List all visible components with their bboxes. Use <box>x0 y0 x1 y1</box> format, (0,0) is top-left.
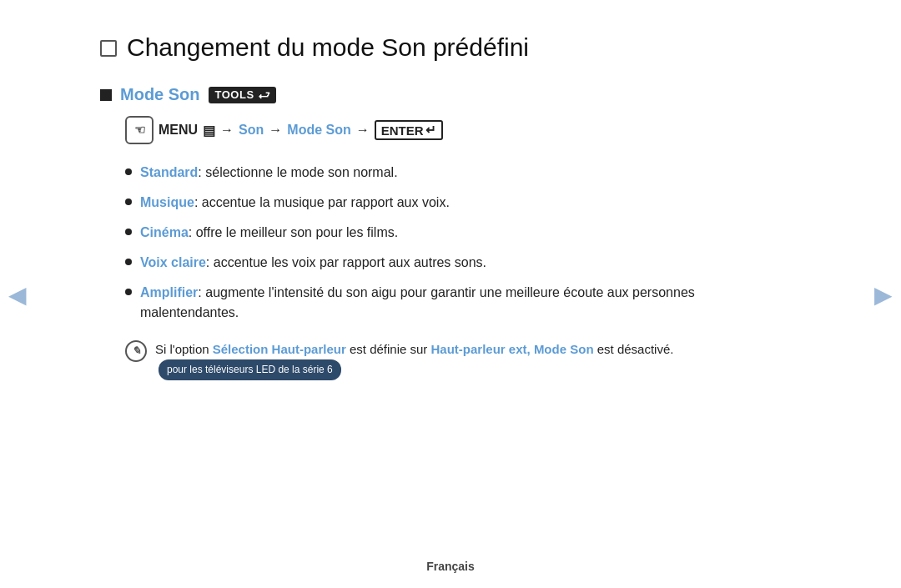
list-item-text: Amplifier: augmente l'intensité du son a… <box>140 283 784 323</box>
bullet-dot-icon <box>125 199 132 205</box>
term-musique: Musique <box>140 195 194 209</box>
note-text-before: Si l'option <box>155 342 213 356</box>
note-text-middle: est définie sur <box>346 342 431 356</box>
note-term1: Sélection Haut-parleur <box>213 342 346 356</box>
page-title-text: Changement du mode Son prédéfini <box>127 33 529 62</box>
page-title: Changement du mode Son prédéfini <box>100 33 784 62</box>
list-item-text: Standard: sélectionne le mode son normal… <box>140 163 398 183</box>
term-voix-claire: Voix claire <box>140 255 206 269</box>
page-footer: Français <box>426 560 475 573</box>
section-title-text: Mode Son <box>120 85 200 104</box>
term-cinema: Cinéma <box>140 225 189 239</box>
list-item: Standard: sélectionne le mode son normal… <box>125 163 784 183</box>
list-item-text: Cinéma: offre le meilleur son pour les f… <box>140 223 398 243</box>
nav-arrow-right[interactable]: ▶ <box>874 280 893 308</box>
menu-finger-icon: ☜ <box>125 116 154 144</box>
nav-arrow-left[interactable]: ◀ <box>8 280 27 308</box>
enter-return-icon: ↵ <box>425 123 436 138</box>
note-icon: ✎ <box>125 340 147 362</box>
term-standard: Standard <box>140 165 198 179</box>
desc-cinema: : offre le meilleur son pour les films. <box>189 225 398 239</box>
list-item-text: Musique: accentue la musique par rapport… <box>140 193 450 213</box>
note-text-after: est désactivé. <box>594 342 674 356</box>
bullet-dot-icon <box>125 259 132 265</box>
mode-son-label: Mode Son <box>287 123 350 138</box>
bullet-dot-icon <box>125 289 132 295</box>
bullet-list: Standard: sélectionne le mode son normal… <box>125 163 784 323</box>
bullet-dot-icon <box>125 229 132 235</box>
section-bullet-icon <box>100 89 112 101</box>
note-text: Si l'option Sélection Haut-parleur est d… <box>155 339 784 380</box>
arrow1: → <box>220 123 234 138</box>
desc-standard: : sélectionne le mode son normal. <box>198 165 397 179</box>
list-item-text: Voix claire: accentue les voix par rappo… <box>140 253 486 273</box>
section-title: Mode Son TOOLS ⮐ <box>100 85 784 104</box>
list-item: Amplifier: augmente l'intensité du son a… <box>125 283 784 323</box>
tools-label: TOOLS <box>215 88 254 101</box>
menu-label: MENU <box>159 123 198 138</box>
arrow3: → <box>356 123 370 138</box>
tools-arrow-icon: ⮐ <box>258 88 270 102</box>
list-item: Voix claire: accentue les voix par rappo… <box>125 253 784 273</box>
footer-language: Français <box>426 560 475 573</box>
bullet-dot-icon <box>125 168 132 175</box>
list-item: Cinéma: offre le meilleur son pour les f… <box>125 223 784 243</box>
note-term2: Haut-parleur ext, Mode Son <box>431 342 594 356</box>
desc-amplifier: : augmente l'intensité du son aigu pour … <box>140 285 695 319</box>
note-block: ✎ Si l'option Sélection Haut-parleur est… <box>125 339 784 380</box>
desc-musique: : accentue la musique par rapport aux vo… <box>194 195 450 209</box>
enter-badge: ENTER ↵ <box>375 120 443 140</box>
list-item: Musique: accentue la musique par rapport… <box>125 193 784 213</box>
menu-path: ☜ MENU ▤ → Son → Mode Son → ENTER ↵ <box>125 116 784 144</box>
son-label: Son <box>239 123 264 138</box>
tools-badge: TOOLS ⮐ <box>209 87 277 103</box>
led-series-badge: pour les téléviseurs LED de la série 6 <box>159 359 341 380</box>
page-content: Changement du mode Son prédéfini Mode So… <box>50 0 851 414</box>
term-amplifier: Amplifier <box>140 285 198 299</box>
arrow2: → <box>269 123 282 138</box>
desc-voix-claire: : accentue les voix par rapport aux autr… <box>206 255 486 269</box>
title-checkbox-icon <box>100 40 117 57</box>
enter-label: ENTER <box>381 123 424 138</box>
menu-symbol: ▤ <box>203 123 215 138</box>
